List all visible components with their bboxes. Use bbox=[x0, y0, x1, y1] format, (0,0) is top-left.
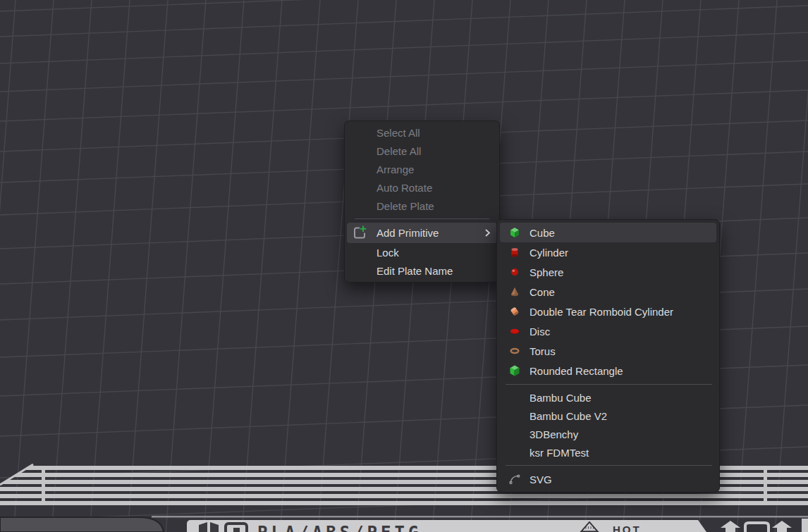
plate-surface-type-label: PLA/ABS/PETG bbox=[257, 523, 422, 532]
bambu-logo bbox=[199, 522, 221, 532]
cube-icon bbox=[509, 227, 520, 238]
plate-label-strip: PLA/ABS/PETG HOT bbox=[187, 520, 706, 532]
menu-item-label: Cylinder bbox=[530, 247, 568, 259]
sphere-icon bbox=[509, 266, 520, 278]
icon-placeholder bbox=[509, 428, 520, 440]
menu-item-label: Bambu Cube V2 bbox=[530, 410, 607, 422]
submenu-arrow-icon bbox=[484, 228, 491, 237]
icon-placeholder bbox=[509, 447, 520, 458]
torus-icon bbox=[509, 345, 520, 357]
plate-hot-warning: HOT bbox=[579, 521, 642, 532]
plate-context-menu: Select AllDelete AllArrangeAuto RotateDe… bbox=[344, 120, 500, 283]
menu-item-label: ksr FDMTest bbox=[530, 447, 589, 459]
icon-placeholder bbox=[509, 392, 520, 403]
disc-icon bbox=[509, 326, 520, 337]
context-menu-item-select-all: Select All bbox=[345, 123, 499, 142]
plate-corner-tab bbox=[0, 517, 164, 532]
context-menu-item-edit-plate-name[interactable]: Edit Plate Name bbox=[345, 261, 499, 280]
context-menu-item-add-primitive[interactable]: Add Primitive bbox=[347, 223, 497, 243]
menu-item-label: Cone bbox=[530, 286, 555, 298]
submenu-item-torus[interactable]: Torus bbox=[497, 341, 719, 361]
submenu-item-disc[interactable]: Disc bbox=[497, 321, 719, 341]
menu-item-label: SVG bbox=[530, 474, 552, 485]
submenu-item-bambu-cube-v2[interactable]: Bambu Cube V2 bbox=[497, 407, 719, 425]
submenu-item-cone[interactable]: Cone bbox=[497, 282, 719, 302]
hot-label: HOT bbox=[613, 524, 642, 532]
menu-item-label: 3DBenchy bbox=[530, 428, 578, 440]
submenu-item-svg[interactable]: SVG bbox=[497, 469, 719, 489]
menu-item-label: Delete All bbox=[377, 145, 421, 157]
add-primitive-icon bbox=[350, 225, 367, 242]
context-menu-item-auto-rotate: Auto Rotate bbox=[345, 178, 499, 197]
bezier-curve-icon bbox=[509, 474, 520, 485]
menu-item-label: Double Tear Romboid Cylinder bbox=[530, 306, 673, 318]
submenu-item-3dbenchy[interactable]: 3DBenchy bbox=[497, 425, 719, 443]
menu-item-label: Bambu Cube bbox=[530, 392, 592, 404]
submenu-item-ksr-fdmtest[interactable]: ksr FDMTest bbox=[497, 443, 719, 462]
menu-item-label: Edit Plate Name bbox=[377, 265, 453, 277]
submenu-item-rounded-rectangle[interactable]: Rounded Rectangle bbox=[497, 361, 719, 381]
context-menu-item-arrange: Arrange bbox=[345, 160, 499, 178]
menu-separator bbox=[506, 465, 712, 466]
cylinder-icon bbox=[509, 247, 520, 258]
menu-item-label: Disc bbox=[530, 326, 550, 338]
submenu-item-cube[interactable]: Cube bbox=[500, 223, 716, 242]
menu-item-label: Add Primitive bbox=[377, 227, 439, 239]
context-menu-item-lock[interactable]: Lock bbox=[345, 243, 499, 261]
tilted-cylinder-icon bbox=[509, 306, 520, 317]
rounded-cube-icon bbox=[509, 365, 520, 376]
menu-item-label: Lock bbox=[377, 247, 399, 259]
submenu-item-cylinder[interactable]: Cylinder bbox=[497, 242, 719, 262]
hot-warning-triangle-icon bbox=[579, 521, 600, 532]
plate-logo-badge bbox=[224, 522, 250, 532]
menu-item-label: Arrange bbox=[377, 163, 414, 175]
submenu-item-bambu-cube[interactable]: Bambu Cube bbox=[497, 388, 719, 407]
menu-item-label: Auto Rotate bbox=[377, 182, 432, 194]
plate-square-marking bbox=[745, 523, 769, 532]
menu-separator bbox=[506, 384, 712, 385]
context-menu-item-delete-all: Delete All bbox=[345, 142, 499, 160]
context-menu-item-delete-plate: Delete Plate bbox=[345, 197, 499, 215]
icon-placeholder bbox=[509, 410, 520, 421]
menu-item-label: Cube bbox=[530, 227, 555, 239]
submenu-item-double-tear-romboid-cylinder[interactable]: Double Tear Romboid Cylinder bbox=[497, 302, 719, 321]
cone-icon bbox=[509, 286, 520, 297]
menu-separator bbox=[355, 218, 489, 219]
menu-item-label: Torus bbox=[530, 345, 556, 357]
menu-item-label: Delete Plate bbox=[377, 200, 434, 212]
add-primitive-submenu: Cube Cylinder Sphere Cone Double Tear Ro… bbox=[496, 219, 720, 493]
menu-item-label: Sphere bbox=[530, 266, 563, 278]
menu-item-label: Select All bbox=[377, 127, 420, 139]
menu-item-label: Rounded Rectangle bbox=[530, 365, 623, 377]
submenu-item-sphere[interactable]: Sphere bbox=[497, 262, 719, 282]
